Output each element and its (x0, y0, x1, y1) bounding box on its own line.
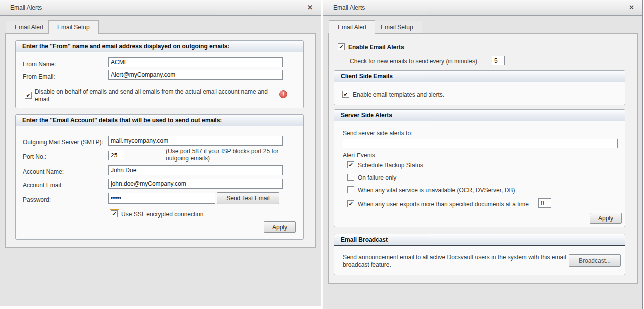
ssl-checkbox[interactable]: ✔ (111, 210, 118, 217)
window-title: Email Alerts (333, 4, 365, 11)
client-side-group: Client Side Emails ✔ Enable email templa… (334, 70, 625, 105)
schedule-backup-checkbox[interactable]: ✔ (347, 161, 354, 168)
account-name-input[interactable] (108, 165, 283, 175)
disable-onbehalf-label: Disable on behalf of emails and send all… (35, 88, 277, 103)
user-exports-checkbox[interactable]: ✔ (347, 200, 354, 207)
enable-templates-label: Enable email templates and alerts. (353, 91, 444, 98)
port-label: Port No.: (23, 154, 46, 160)
schedule-backup-label: Schedule Backup Status (358, 162, 423, 169)
disable-onbehalf-checkbox[interactable]: ✔ (25, 92, 32, 99)
broadcast-group-header: Email Broadcast (334, 234, 625, 246)
account-group-header: Enter the "Email Account" details that w… (16, 115, 303, 126)
check-mark: ✔ (343, 92, 348, 97)
vital-service-label: When any vital service is unavailable (O… (358, 187, 515, 194)
on-failure-only-checkbox[interactable] (347, 174, 354, 181)
email-alerts-window-left: Email Alerts ✕ Email Alert Email Setup E… (0, 0, 321, 306)
password-label: Password: (23, 196, 51, 203)
from-email-label: From Email: (23, 73, 55, 80)
server-group-header: Server Side Alerts (334, 110, 625, 121)
port-note: (Use port 587 if your ISP blocks port 25… (166, 148, 289, 162)
close-icon[interactable]: ✕ (629, 4, 634, 11)
tab-email-alert[interactable]: Email Alert (6, 21, 52, 33)
enable-email-alerts-checkbox[interactable]: ✔ (338, 43, 345, 50)
client-group-header: Client Side Emails (334, 71, 625, 82)
apply-button[interactable]: Apply (264, 221, 296, 233)
broadcast-button[interactable]: Broadcast... (569, 254, 621, 267)
email-alerts-window-right: Email Alerts ✕ Email Alert Email Setup ✔… (323, 0, 643, 309)
from-group-header: Enter the "From" name and email address … (16, 41, 303, 52)
window-title: Email Alerts (10, 4, 42, 11)
on-failure-only-label: On failure only (358, 174, 396, 181)
check-mark: ✔ (348, 201, 353, 207)
port-input[interactable] (108, 151, 124, 160)
check-mark: ✔ (339, 44, 343, 50)
enable-email-alerts-label: Enable Email Alerts (348, 44, 404, 51)
warning-icon: ! (279, 90, 287, 98)
server-side-group: Server Side Alerts Send server side aler… (334, 109, 625, 227)
send-alerts-to-label: Send server side alerts to: (343, 130, 412, 137)
ssl-label: Use SSL encrypted connection (121, 211, 203, 218)
from-email-input[interactable] (108, 70, 283, 80)
password-input[interactable] (108, 193, 215, 204)
desktop: Email Alerts ✕ Email Alert Email Setup E… (0, 0, 644, 309)
email-account-group: Enter the "Email Account" details that w… (15, 114, 304, 240)
enable-templates-checkbox[interactable]: ✔ (342, 91, 349, 98)
tab-email-alert[interactable]: Email Alert (329, 20, 375, 34)
account-email-label: Account Email: (23, 182, 63, 189)
check-mark: ✔ (348, 162, 353, 168)
export-limit-input[interactable] (538, 198, 551, 208)
apply-button[interactable]: Apply (590, 213, 622, 224)
from-name-input[interactable] (108, 57, 283, 67)
interval-label: Check for new emails to send every (in m… (350, 58, 477, 65)
vital-service-checkbox[interactable] (347, 186, 354, 193)
tab-email-setup[interactable]: Email Setup (48, 20, 99, 34)
check-mark: ✔ (26, 93, 30, 98)
send-test-email-button[interactable]: Send Test Email (217, 192, 279, 204)
account-email-input[interactable] (108, 179, 283, 189)
interval-input[interactable] (492, 56, 505, 65)
broadcast-text: Send announcement email to all active Do… (343, 254, 570, 269)
from-group: Enter the "From" name and email address … (15, 40, 304, 108)
email-setup-page: Enter the "From" name and email address … (5, 33, 316, 248)
account-name-label: Account Name: (23, 168, 64, 175)
window-content: Email Alert Email Setup ✔ Enable Email A… (323, 16, 642, 308)
from-name-label: From Name: (23, 61, 56, 68)
titlebar[interactable]: Email Alerts ✕ (0, 0, 321, 16)
email-alert-page: ✔ Enable Email Alerts Check for new emai… (328, 33, 638, 284)
email-broadcast-group: Email Broadcast Send announcement email … (334, 234, 625, 275)
user-exports-label: When any user exports more than specifie… (358, 201, 529, 208)
smtp-input[interactable] (108, 136, 283, 146)
check-mark: ✔ (112, 211, 116, 217)
close-icon[interactable]: ✕ (307, 4, 313, 11)
window-content: Email Alert Email Setup Enter the "From"… (0, 16, 321, 305)
titlebar[interactable]: Email Alerts ✕ (323, 0, 642, 16)
send-alerts-to-input[interactable] (343, 139, 618, 148)
warning-glyph: ! (282, 91, 284, 97)
smtp-label: Outgoing Mail Server (SMTP): (23, 139, 103, 146)
tab-email-setup[interactable]: Email Setup (372, 21, 422, 33)
alert-events-label: Alert Events: (343, 152, 377, 159)
